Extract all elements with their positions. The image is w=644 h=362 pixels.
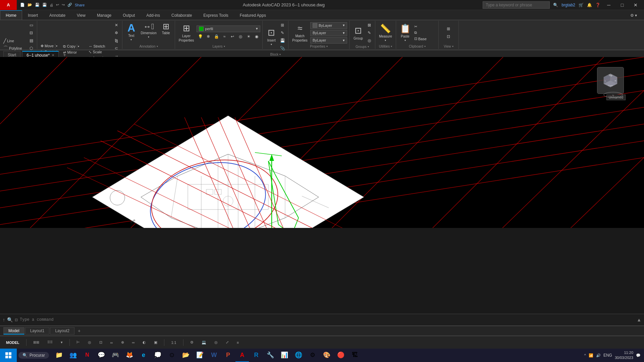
taskbar-chrome[interactable]: ⊙: [165, 349, 178, 362]
saveas-icon[interactable]: 💾: [42, 3, 47, 7]
new-file-icon[interactable]: 📄: [20, 3, 25, 7]
tab-manage[interactable]: Manage: [91, 10, 117, 20]
tab-workspace[interactable]: ⚙ ▾: [625, 10, 644, 20]
command-input[interactable]: [20, 317, 635, 322]
undo-icon[interactable]: ↩: [56, 3, 59, 7]
taskbar-app5[interactable]: 🎨: [320, 349, 333, 362]
tab-annotate[interactable]: Annotate: [44, 10, 71, 20]
measure-button[interactable]: 📏 Measure ▾: [377, 22, 394, 43]
annotation-label[interactable]: Annotation ▾: [140, 45, 158, 48]
isolate-btn[interactable]: ◎: [212, 340, 220, 345]
write-block-button[interactable]: 💾: [279, 37, 286, 44]
tab-output[interactable]: Output: [117, 10, 141, 20]
group-edit-button[interactable]: ✎: [366, 29, 373, 37]
fullscreen-btn[interactable]: ⤢: [223, 340, 231, 345]
attach-button[interactable]: 📎: [279, 45, 286, 52]
erase-button[interactable]: ✕: [113, 21, 120, 29]
maximize-button[interactable]: □: [617, 0, 627, 10]
linetype-dropdown[interactable]: ByLayer ▾: [310, 30, 347, 36]
layer-match-button[interactable]: ≈: [221, 33, 228, 40]
utilities-label[interactable]: Utilities ▾: [379, 45, 392, 48]
cmd-magnify-icon[interactable]: 🔍: [7, 317, 13, 322]
save-icon[interactable]: 💾: [35, 3, 40, 7]
move-button[interactable]: ✥ Move▾: [39, 43, 60, 49]
paste-button[interactable]: 📋 Paste ▾: [398, 22, 412, 43]
tab-insert[interactable]: Insert: [22, 10, 44, 20]
commandline[interactable]: ↑ 🔍 ⊡ ▲: [0, 314, 644, 326]
taskbar-files[interactable]: 📂: [179, 349, 193, 362]
customization-btn[interactable]: ≡: [234, 340, 241, 345]
lineweight-dropdown[interactable]: ByLayer ▾: [310, 37, 347, 44]
explode-button[interactable]: ✲: [113, 29, 120, 37]
cmd-expand-icon[interactable]: ↑: [3, 317, 5, 322]
scale-button[interactable]: ⤡ Scale: [87, 49, 111, 55]
tab-express[interactable]: Express Tools: [198, 10, 234, 20]
properties-label[interactable]: Properties ▾: [310, 45, 328, 48]
table-button[interactable]: ⊞ Table: [159, 21, 173, 36]
share-label[interactable]: Share: [75, 3, 85, 7]
tab-collaborate[interactable]: Collaborate: [166, 10, 198, 20]
stretch-button[interactable]: ↔ Stretch: [87, 44, 111, 49]
taskbar-app3[interactable]: 🌐: [292, 349, 305, 362]
otrack-button[interactable]: ∞: [108, 340, 116, 345]
taskbar-voice[interactable]: 📝: [193, 349, 207, 362]
groups-label[interactable]: Groups ▾: [356, 45, 369, 49]
store-icon[interactable]: 🛒: [579, 3, 584, 7]
taskbar-discord[interactable]: 🎮: [109, 349, 122, 362]
minimize-button[interactable]: ─: [604, 0, 614, 10]
close-tab-button[interactable]: ✕: [52, 53, 54, 57]
cmd-arrow-icon[interactable]: ▲: [637, 317, 641, 322]
viewcube[interactable]: Top L R Front: [597, 67, 624, 94]
osnap-button[interactable]: ⊡: [97, 340, 105, 345]
cad-viewport[interactable]: Layer Properties Manager: [0, 57, 644, 228]
dimension-button[interactable]: ↔⃒ Dimension ▾: [139, 21, 158, 40]
hatch-button[interactable]: ⊟: [28, 29, 35, 37]
cut-button[interactable]: ✂: [413, 24, 436, 29]
snap-dropdown[interactable]: ▾: [58, 340, 65, 345]
model-space-button[interactable]: MODEL: [3, 340, 22, 345]
annotation-scale[interactable]: 1:1: [168, 340, 179, 345]
tray-language[interactable]: ENG: [603, 353, 612, 358]
tray-speaker[interactable]: 🔊: [596, 353, 601, 358]
clipboard-label[interactable]: Clipboard ▾: [409, 45, 426, 48]
line-button[interactable]: ╱ Line: [2, 38, 25, 44]
taskbar-revit[interactable]: R: [250, 349, 263, 362]
ducs-button[interactable]: ⊕: [118, 340, 127, 345]
taskbar-app2[interactable]: 📊: [278, 349, 291, 362]
taskbar-word[interactable]: W: [207, 349, 221, 362]
tray-notifications[interactable]: 💬: [636, 353, 641, 358]
search-box[interactable]: [483, 1, 550, 9]
color-dropdown[interactable]: ByLayer ▾: [310, 22, 347, 29]
layers-label[interactable]: Layers ▾: [213, 45, 225, 48]
taskbar-netflix[interactable]: N: [80, 349, 94, 362]
taskbar-powerpoint[interactable]: P: [221, 349, 235, 362]
taskbar-app1[interactable]: 🔧: [264, 349, 277, 362]
join-button[interactable]: ⊂: [113, 45, 120, 52]
close-button[interactable]: ✕: [631, 0, 641, 10]
layout-tab-model[interactable]: Model: [3, 327, 24, 335]
layout-tab-layout1[interactable]: Layout1: [25, 327, 50, 335]
system-clock[interactable]: 11:20 30/03/2023: [615, 350, 633, 361]
gradient-button[interactable]: ▤: [28, 37, 35, 44]
group-button[interactable]: ⊡ Group: [352, 24, 365, 41]
print-icon[interactable]: 🖨: [50, 3, 53, 7]
taskbar-autocad[interactable]: A: [235, 349, 249, 362]
layer-off-button[interactable]: 💡: [197, 33, 204, 40]
layer-prev-button[interactable]: ↩: [229, 33, 236, 40]
layer-unisolate-button[interactable]: ◉: [253, 33, 260, 40]
add-layout-button[interactable]: +: [75, 327, 83, 335]
view2-button[interactable]: ⊡: [445, 33, 452, 40]
tab-featured[interactable]: Featured Apps: [234, 10, 272, 20]
insert-button[interactable]: ⊡ Insert ▾: [265, 26, 278, 47]
block-label[interactable]: Block ▾: [270, 53, 281, 56]
layer-thaw-button[interactable]: ☀: [245, 33, 252, 40]
snap-button[interactable]: ⠿⠿: [45, 340, 55, 345]
hardware-btn[interactable]: 💻: [199, 340, 209, 345]
layout-tab-layout2[interactable]: Layout2: [50, 327, 74, 335]
tray-network[interactable]: 📶: [589, 353, 593, 358]
copy-button[interactable]: ⧉ Copy▾: [62, 44, 85, 49]
taskbar-app4[interactable]: ⚙: [306, 349, 319, 362]
workspace-btn[interactable]: ⚙: [187, 340, 196, 345]
grid-button[interactable]: ⊞⊞: [31, 340, 42, 345]
rectangle-button[interactable]: ▭: [28, 21, 35, 29]
